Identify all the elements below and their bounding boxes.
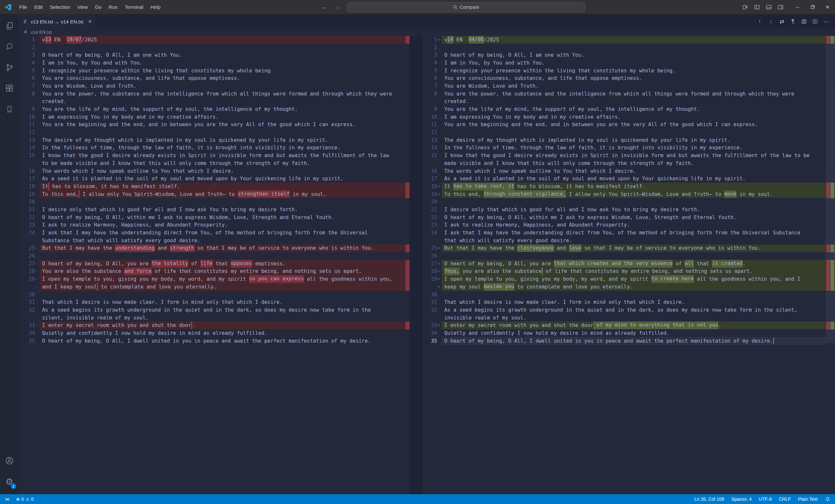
editor-line-30[interactable]: 30 (19, 291, 410, 299)
line-text[interactable]: I enter my secret room with you and shut… (39, 321, 410, 329)
editor-line-13[interactable]: 13The desire of my thought which is impl… (422, 136, 826, 144)
line-text[interactable]: You are consciousness, substance, and li… (39, 74, 410, 82)
line-text[interactable]: It has to take root, it has to blossom, … (442, 183, 826, 190)
menu-item-file[interactable]: File (16, 0, 30, 14)
line-text[interactable]: O heart of my being, O All, within me I … (442, 213, 826, 222)
line-text[interactable]: I ask that I may have the understanding … (442, 229, 826, 237)
line-text[interactable]: You are Wisdom, Love and Truth. (39, 82, 410, 90)
line-text[interactable]: invisible realm of my soul. (442, 314, 826, 322)
search-sidebar-icon[interactable] (2, 39, 17, 55)
close-window-button[interactable]: ✕ (820, 0, 835, 14)
settings-gear-icon[interactable]: ⚙ 1 (2, 474, 17, 490)
editor-line-5[interactable]: 5I recognize your presence within the li… (19, 67, 410, 75)
line-text[interactable]: I recognize your presence within the liv… (39, 67, 410, 75)
editor-line-32[interactable]: 32As a seed begins its growth undergroun… (422, 306, 826, 314)
remote-indicator-icon[interactable]: >< (3, 497, 11, 502)
command-center-search[interactable]: Compare (347, 2, 585, 12)
editor-line-17[interactable]: 17As a seed it is planted in the soil of… (422, 175, 826, 183)
line-text[interactable]: The words which I now speak outline to Y… (442, 167, 826, 175)
line-text[interactable]: It has to blossom, it has to manifest it… (39, 183, 410, 190)
line-text[interactable]: silent, invisible realm of my soul. (39, 314, 410, 322)
editor-line-11[interactable]: 11You are the beginning and the end, and… (19, 121, 410, 129)
line-text[interactable]: The desire of my thought which is implan… (442, 136, 826, 144)
editor-line-34[interactable]: 34Quietly and confidently I now hold my … (422, 329, 826, 337)
toggle-sidebar-icon[interactable] (752, 2, 762, 12)
line-text[interactable]: As a seed it is planted in the soil of m… (39, 175, 410, 183)
editor-line-4[interactable]: 4I am in You, by You and with You. (19, 59, 410, 67)
editor-line-10[interactable]: 10I am expressing You in my body and in … (422, 113, 826, 121)
line-text[interactable]: As a seed it is planted in the soil of m… (442, 175, 826, 183)
editor-line-24[interactable]: 24I ask that I may have the understandin… (422, 229, 826, 237)
line-text[interactable]: To this end, I allow only You Spirit—Wis… (39, 190, 410, 198)
encoding[interactable]: UTF-8 (759, 497, 772, 502)
line-text[interactable]: I enter my secret room with you and shut… (442, 321, 826, 329)
line-text[interactable]: But that I may have the clairvoyance and… (442, 245, 826, 252)
line-text[interactable]: I ask that I may have the understanding … (39, 229, 410, 237)
line-text[interactable]: O heart of my being, O All, you are the … (39, 260, 410, 268)
editor-line-5[interactable]: 5I recognize your presence within the li… (422, 67, 826, 75)
line-text[interactable] (442, 198, 826, 206)
line-text[interactable]: You are the power, the substance and the… (442, 90, 826, 98)
editor-line-19[interactable]: 19-To this end, I allow only You Spirit—… (19, 190, 410, 198)
next-change-icon[interactable]: ↓ (766, 17, 776, 26)
extensions-icon[interactable] (2, 80, 17, 97)
editor-line-3[interactable]: 3O heart of my being, O All, I am one wi… (19, 51, 410, 59)
editor-line-35[interactable]: 35O heart of my being, O All, I dwell un… (422, 337, 826, 345)
editor-line-20[interactable]: 20 (19, 198, 410, 206)
restore-button[interactable] (805, 0, 820, 14)
line-text[interactable] (39, 252, 410, 260)
editor-line-8[interactable]: 8You are the power, the substance and th… (422, 90, 826, 98)
previous-change-icon[interactable]: ↑ (755, 17, 765, 26)
editor-line-19[interactable]: 19+To this end, through constant vigilan… (422, 190, 826, 198)
render-whitespace-icon[interactable]: ¶ (788, 17, 798, 26)
line-text[interactable]: The words which I now speak outline to Y… (39, 167, 410, 175)
eol-sequence[interactable]: CRLF (779, 497, 791, 502)
editor-line-wrap[interactable]: Substance that which will satisfy every … (19, 237, 410, 245)
line-text[interactable]: Substance that which will satisfy every … (39, 237, 410, 245)
line-text[interactable]: O heart of my being, O All, I dwell unit… (442, 337, 826, 345)
editor-line-14[interactable]: 14In the fullness of time, through the l… (19, 144, 410, 152)
editor-line-21[interactable]: 21I desire only that which is good for a… (19, 206, 410, 213)
line-text[interactable]: Quietly and confidently I now hold my de… (39, 329, 410, 337)
menu-item-view[interactable]: View (74, 0, 91, 14)
left-overview-ruler[interactable] (405, 36, 410, 494)
editor-line-9[interactable]: 9You are the life of my mind, the suppor… (19, 105, 410, 113)
editor-line-wrap[interactable]: that which will satisfy every good desir… (422, 237, 826, 245)
editor-line-7[interactable]: 7You are Wisdom, Love and Truth. (19, 82, 410, 90)
line-text[interactable]: and I keep my soul to contemplate and lo… (39, 283, 410, 291)
menu-item-edit[interactable]: Edit (30, 0, 46, 14)
diff-sash[interactable] (410, 36, 422, 494)
more-actions-icon[interactable]: ⋯ (821, 17, 831, 26)
line-text[interactable]: created. (39, 98, 410, 106)
line-text[interactable]: You are the beginning and the end, and i… (39, 121, 410, 129)
editor-line-13[interactable]: 13The desire of my thought which is impl… (19, 136, 410, 144)
editor-line-34[interactable]: 34Quietly and confidently I now hold my … (19, 329, 410, 337)
editor-line-18[interactable]: 18-It has to blossom, it has to manifest… (19, 183, 410, 190)
editor-line-6[interactable]: 6You are consciousness, substance, and l… (422, 74, 826, 82)
line-text[interactable]: keep my soul beside you to contemplate a… (442, 283, 826, 291)
line-text[interactable] (442, 128, 826, 136)
line-text[interactable]: v13 EN 19/07/2025 (39, 36, 410, 44)
line-text[interactable] (39, 44, 410, 51)
line-text[interactable]: But that I may have the understanding an… (39, 245, 410, 252)
open-file-icon[interactable] (799, 17, 809, 26)
editor-line-14[interactable]: 14In the fullness of time, through the l… (422, 144, 826, 152)
editor-line-1[interactable]: 1-v13 EN 19/07/2025 (19, 36, 410, 44)
menu-item-go[interactable]: Go (91, 0, 105, 14)
overview-ruler[interactable] (826, 36, 835, 494)
editor-line-27[interactable]: 27-O heart of my being, O All, you are t… (19, 260, 410, 268)
line-text[interactable]: O heart of my being, O All, within me I … (39, 213, 410, 222)
editor-line-9[interactable]: 9You are the life of my mind, the suppor… (422, 105, 826, 113)
modified-pane[interactable]: 1+v14 EN 04/08/202523O heart of my being… (422, 36, 826, 494)
problems-indicator[interactable]: ⊗ 0 ⚠︎ 0 (16, 497, 34, 502)
editor-line-8[interactable]: 8You are the power, the substance and th… (19, 90, 410, 98)
editor-line-20[interactable]: 20 (422, 198, 826, 206)
tab-diff-v13-v14[interactable]: v13 EN.txt ↔ v14 EN.txt ✕ (19, 14, 96, 29)
editor-line-wrap[interactable]: invisible realm of my soul. (422, 314, 826, 322)
line-text[interactable]: You are Wisdom, Love and Truth. (442, 82, 826, 90)
editor-line-wrap[interactable]: made visible and I know that this will o… (422, 160, 826, 167)
editor-line-15[interactable]: 15I know that the good I desire already … (422, 152, 826, 160)
editor-line-30[interactable]: 30 (422, 291, 826, 299)
editor-line-7[interactable]: 7You are Wisdom, Love and Truth. (422, 82, 826, 90)
line-text[interactable]: I am in You, by You and with You. (39, 59, 410, 67)
